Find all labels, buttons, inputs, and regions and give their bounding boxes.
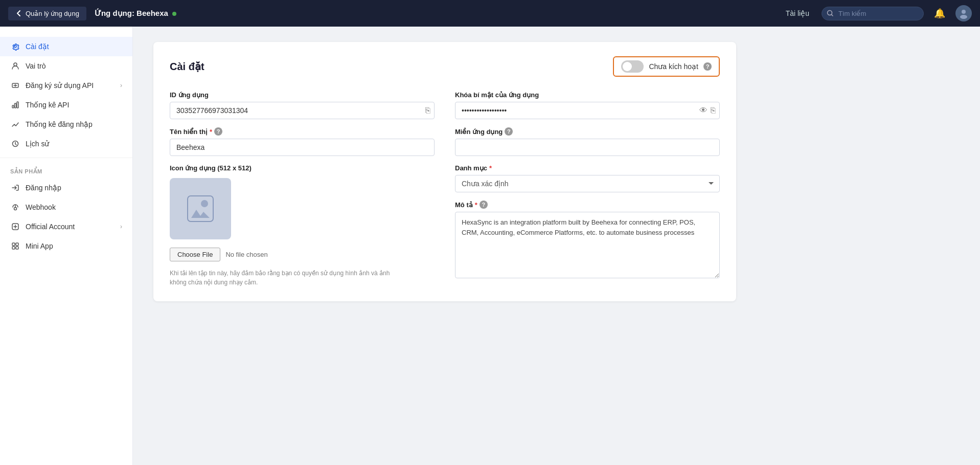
svg-rect-12: [16, 243, 18, 246]
avatar[interactable]: [955, 5, 972, 21]
sidebar-label-dang-ky-api: Đăng ký sử dụng API: [26, 81, 94, 90]
back-label: Quản lý ứng dụng: [26, 10, 79, 17]
description-required: *: [475, 201, 477, 209]
description-label: Mô tả * ?: [455, 201, 720, 209]
app-domain-help-icon[interactable]: ?: [505, 127, 513, 136]
svg-rect-11: [12, 243, 15, 246]
notification-bell-icon[interactable]: 🔔: [932, 6, 947, 21]
app-title: Ứng dụng: Beehexa: [95, 9, 773, 18]
status-badge-wrap: Chưa kích hoạt ?: [613, 56, 720, 77]
app-secret-input-wrap: 👁 ⎘: [455, 102, 720, 119]
sidebar-item-lich-su[interactable]: Lịch sử: [0, 134, 132, 153]
mini-app-icon: [10, 241, 20, 251]
chevron-right-icon: ›: [120, 82, 122, 89]
right-column: Khóa bí mật của ứng dụng 👁 ⎘: [455, 91, 720, 287]
sidebar-label-dang-nhap: Đăng nhập: [26, 184, 61, 192]
svg-rect-14: [16, 247, 18, 249]
app-secret-label: Khóa bí mật của ứng dụng: [455, 91, 720, 99]
layout: Cài đặt Vai trò Đăng ký sử dụng API › Th…: [0, 27, 980, 465]
display-name-required: *: [210, 128, 212, 136]
copy-secret-icon[interactable]: ⎘: [711, 106, 716, 115]
app-secret-group: Khóa bí mật của ứng dụng 👁 ⎘: [455, 91, 720, 119]
back-button[interactable]: Quản lý ứng dụng: [8, 7, 86, 20]
file-input-row: Choose File No file chosen: [170, 248, 435, 261]
display-name-input[interactable]: [170, 139, 435, 156]
sidebar-label-official-account: Official Account: [26, 223, 75, 231]
account-icon: [10, 222, 20, 232]
category-group: Danh mục * Chưa xác định: [455, 164, 720, 192]
docs-link[interactable]: Tài liệu: [782, 6, 813, 20]
app-domain-label: Miền ứng dụng ?: [455, 127, 720, 136]
back-icon: [15, 10, 22, 17]
toggle-slider: [621, 60, 644, 73]
display-name-group: Tên hiển thị * ?: [170, 127, 435, 156]
webhook-icon: [10, 202, 20, 212]
user-icon: [10, 61, 20, 71]
sidebar-label-mini-app: Mini App: [26, 242, 53, 250]
app-secret-input[interactable]: [455, 102, 720, 119]
status-help-icon[interactable]: ?: [703, 62, 712, 71]
category-select[interactable]: Chưa xác định: [455, 175, 720, 192]
gear-icon: [10, 41, 20, 52]
status-text: Chưa kích hoạt: [649, 62, 698, 71]
avatar-icon: [958, 8, 969, 19]
app-domain-input[interactable]: [455, 139, 720, 156]
sidebar-label-vai-tro: Vai trò: [26, 62, 45, 70]
description-textarea[interactable]: [455, 212, 720, 278]
settings-card: Cài đặt Chưa kích hoạt ?: [153, 42, 736, 301]
chart-line-icon: [10, 119, 20, 129]
icon-label: Icon ứng dụng (512 x 512): [170, 164, 435, 172]
app-domain-group: Miền ứng dụng ?: [455, 127, 720, 156]
search-input[interactable]: [822, 7, 924, 20]
activation-toggle[interactable]: [621, 60, 644, 73]
upload-note: Khi tải lên tập tin này, hãy đảm bảo rằn…: [170, 269, 395, 287]
sidebar-item-official-account[interactable]: Official Account ›: [0, 217, 132, 236]
sidebar-label-lich-su: Lịch sử: [26, 140, 49, 148]
sidebar-item-thong-ke-api[interactable]: Thống kê API: [0, 95, 132, 115]
sidebar-label-cai-dat: Cài đặt: [26, 42, 49, 51]
category-label: Danh mục *: [455, 164, 720, 172]
sidebar-label-thong-ke-api: Thống kê API: [26, 101, 69, 109]
category-required: *: [489, 164, 492, 172]
app-id-input[interactable]: [170, 102, 435, 119]
topnav: Quản lý ứng dụng Ứng dụng: Beehexa Tài l…: [0, 0, 980, 27]
login-icon: [10, 183, 20, 193]
card-header: Cài đặt Chưa kích hoạt ?: [170, 56, 720, 77]
form-grid: ID ứng dụng ⎘ Tên hiển thị * ?: [170, 91, 720, 287]
icon-upload-group: Icon ứng dụng (512 x 512) Choose File N: [170, 164, 435, 287]
no-file-label: No file chosen: [225, 251, 267, 258]
app-id-input-wrap: ⎘: [170, 102, 435, 119]
choose-file-button[interactable]: Choose File: [170, 248, 220, 261]
svg-rect-5: [12, 105, 14, 108]
svg-point-3: [14, 63, 17, 66]
search-icon: [827, 10, 834, 17]
page-title: Cài đặt: [170, 60, 204, 73]
svg-rect-7: [17, 102, 18, 108]
search-wrapper: [822, 7, 924, 20]
sidebar-item-mini-app[interactable]: Mini App: [0, 236, 132, 256]
main-content: Cài đặt Chưa kích hoạt ?: [133, 27, 980, 465]
sidebar-label-thong-ke-dang-nhap: Thống kê đăng nhập: [26, 120, 93, 128]
chevron-right-icon-oa: ›: [120, 223, 122, 230]
svg-point-2: [960, 15, 967, 19]
chart-bar-icon: [10, 100, 20, 110]
app-id-group: ID ứng dụng ⎘: [170, 91, 435, 119]
sidebar-item-dang-nhap[interactable]: Đăng nhập: [0, 178, 132, 197]
svg-rect-13: [12, 247, 15, 249]
description-help-icon[interactable]: ?: [480, 201, 488, 209]
sidebar-item-cai-dat[interactable]: Cài đặt: [0, 37, 132, 56]
sidebar-item-webhook[interactable]: Webhook: [0, 197, 132, 217]
sidebar-item-vai-tro[interactable]: Vai trò: [0, 56, 132, 76]
sidebar: Cài đặt Vai trò Đăng ký sử dụng API › Th…: [0, 27, 133, 465]
sidebar-item-thong-ke-dang-nhap[interactable]: Thống kê đăng nhập: [0, 115, 132, 134]
sidebar-section-san-pham: Sản phẩm: [0, 162, 132, 178]
app-icon-placeholder: [185, 193, 216, 224]
sidebar-item-dang-ky-api[interactable]: Đăng ký sử dụng API ›: [0, 76, 132, 95]
icon-preview: [170, 178, 231, 239]
app-secret-icons: 👁 ⎘: [699, 106, 716, 115]
display-name-help-icon[interactable]: ?: [214, 127, 222, 136]
eye-icon[interactable]: 👁: [699, 106, 708, 115]
app-id-copy-icon[interactable]: ⎘: [425, 106, 430, 115]
left-column: ID ứng dụng ⎘ Tên hiển thị * ?: [170, 91, 435, 287]
sidebar-divider: [0, 158, 132, 158]
